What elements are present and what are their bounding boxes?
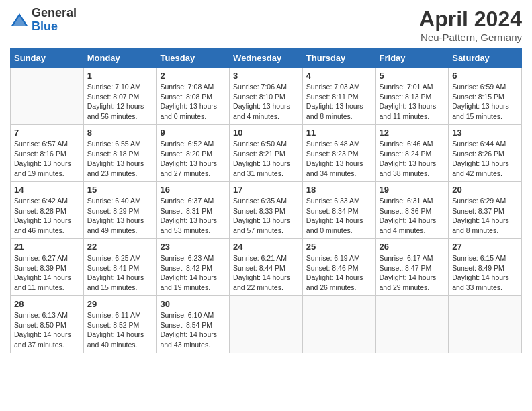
weekday-header: Tuesday: [157, 49, 230, 68]
day-number: 24: [233, 242, 299, 252]
calendar-cell: [375, 296, 449, 353]
day-info: Sunrise: 6:52 AM Sunset: 8:20 PM Dayligh…: [160, 139, 226, 179]
day-info: Sunrise: 6:37 AM Sunset: 8:31 PM Dayligh…: [160, 196, 226, 236]
day-number: 14: [14, 185, 80, 195]
day-info: Sunrise: 6:19 AM Sunset: 8:46 PM Dayligh…: [306, 253, 372, 293]
day-number: 9: [160, 128, 226, 138]
day-number: 27: [452, 242, 518, 252]
day-info: Sunrise: 6:48 AM Sunset: 8:23 PM Dayligh…: [306, 139, 372, 179]
day-number: 7: [14, 128, 80, 138]
day-info: Sunrise: 6:25 AM Sunset: 8:41 PM Dayligh…: [87, 253, 153, 293]
day-number: 30: [160, 299, 226, 309]
calendar-header-row: SundayMondayTuesdayWednesdayThursdayFrid…: [11, 49, 522, 68]
day-info: Sunrise: 6:23 AM Sunset: 8:42 PM Dayligh…: [160, 253, 226, 293]
day-number: 29: [87, 299, 153, 309]
calendar-cell: 12Sunrise: 6:46 AM Sunset: 8:24 PM Dayli…: [375, 125, 449, 182]
calendar-cell: 16Sunrise: 6:37 AM Sunset: 8:31 PM Dayli…: [157, 182, 230, 239]
calendar-cell: 27Sunrise: 6:15 AM Sunset: 8:49 PM Dayli…: [449, 239, 522, 296]
day-number: 11: [306, 128, 372, 138]
day-number: 12: [380, 128, 445, 138]
day-number: 18: [306, 185, 372, 195]
weekday-header: Wednesday: [230, 49, 303, 68]
calendar-cell: 18Sunrise: 6:33 AM Sunset: 8:34 PM Dayli…: [302, 182, 375, 239]
calendar-cell: 7Sunrise: 6:57 AM Sunset: 8:16 PM Daylig…: [11, 125, 84, 182]
calendar-cell: 3Sunrise: 7:06 AM Sunset: 8:10 PM Daylig…: [230, 68, 303, 125]
day-info: Sunrise: 6:46 AM Sunset: 8:24 PM Dayligh…: [380, 139, 445, 179]
day-number: 19: [380, 185, 445, 195]
day-info: Sunrise: 6:42 AM Sunset: 8:28 PM Dayligh…: [14, 196, 80, 236]
calendar-cell: 9Sunrise: 6:52 AM Sunset: 8:20 PM Daylig…: [157, 125, 230, 182]
day-number: 28: [14, 299, 80, 309]
day-number: 23: [160, 242, 226, 252]
calendar-week-row: 1Sunrise: 7:10 AM Sunset: 8:07 PM Daylig…: [11, 68, 522, 125]
title-block: April 2024 Neu-Pattern, Germany: [419, 7, 522, 43]
day-number: 13: [452, 128, 518, 138]
weekday-header: Thursday: [302, 49, 375, 68]
day-info: Sunrise: 6:40 AM Sunset: 8:29 PM Dayligh…: [87, 196, 153, 236]
day-number: 22: [87, 242, 153, 252]
logo-blue-text: Blue: [32, 20, 77, 34]
calendar-cell: 17Sunrise: 6:35 AM Sunset: 8:33 PM Dayli…: [230, 182, 303, 239]
day-number: 6: [452, 71, 518, 81]
calendar-cell: 21Sunrise: 6:27 AM Sunset: 8:39 PM Dayli…: [11, 239, 84, 296]
day-info: Sunrise: 6:31 AM Sunset: 8:36 PM Dayligh…: [380, 196, 445, 236]
calendar-cell: 24Sunrise: 6:21 AM Sunset: 8:44 PM Dayli…: [230, 239, 303, 296]
calendar-week-row: 7Sunrise: 6:57 AM Sunset: 8:16 PM Daylig…: [11, 125, 522, 182]
calendar-cell: 30Sunrise: 6:10 AM Sunset: 8:54 PM Dayli…: [157, 296, 230, 353]
day-number: 26: [380, 242, 445, 252]
weekday-header: Friday: [375, 49, 449, 68]
day-number: 10: [233, 128, 299, 138]
day-number: 15: [87, 185, 153, 195]
calendar-cell: 8Sunrise: 6:55 AM Sunset: 8:18 PM Daylig…: [83, 125, 157, 182]
day-number: 4: [306, 71, 372, 81]
calendar-cell: [11, 68, 84, 125]
day-info: Sunrise: 6:15 AM Sunset: 8:49 PM Dayligh…: [452, 253, 518, 293]
day-info: Sunrise: 6:35 AM Sunset: 8:33 PM Dayligh…: [233, 196, 299, 236]
calendar-cell: 13Sunrise: 6:44 AM Sunset: 8:26 PM Dayli…: [449, 125, 522, 182]
weekday-header: Sunday: [11, 49, 84, 68]
day-number: 25: [306, 242, 372, 252]
day-info: Sunrise: 6:59 AM Sunset: 8:15 PM Dayligh…: [452, 82, 518, 122]
day-number: 2: [160, 71, 226, 81]
calendar-cell: 28Sunrise: 6:13 AM Sunset: 8:50 PM Dayli…: [11, 296, 84, 353]
calendar-cell: 29Sunrise: 6:11 AM Sunset: 8:52 PM Dayli…: [83, 296, 157, 353]
day-number: 17: [233, 185, 299, 195]
calendar-cell: 20Sunrise: 6:29 AM Sunset: 8:37 PM Dayli…: [449, 182, 522, 239]
calendar-cell: 5Sunrise: 7:01 AM Sunset: 8:13 PM Daylig…: [375, 68, 449, 125]
day-info: Sunrise: 6:21 AM Sunset: 8:44 PM Dayligh…: [233, 253, 299, 293]
calendar-cell: 14Sunrise: 6:42 AM Sunset: 8:28 PM Dayli…: [11, 182, 84, 239]
calendar-week-row: 21Sunrise: 6:27 AM Sunset: 8:39 PM Dayli…: [11, 239, 522, 296]
day-number: 21: [14, 242, 80, 252]
day-info: Sunrise: 6:33 AM Sunset: 8:34 PM Dayligh…: [306, 196, 372, 236]
calendar-cell: [302, 296, 375, 353]
day-info: Sunrise: 7:03 AM Sunset: 8:11 PM Dayligh…: [306, 82, 372, 122]
day-number: 5: [380, 71, 445, 81]
day-info: Sunrise: 6:11 AM Sunset: 8:52 PM Dayligh…: [87, 310, 153, 350]
day-info: Sunrise: 6:55 AM Sunset: 8:18 PM Dayligh…: [87, 139, 153, 179]
calendar-cell: 11Sunrise: 6:48 AM Sunset: 8:23 PM Dayli…: [302, 125, 375, 182]
day-info: Sunrise: 6:17 AM Sunset: 8:47 PM Dayligh…: [380, 253, 445, 293]
logo-general-text: General: [32, 7, 77, 20]
calendar-cell: 25Sunrise: 6:19 AM Sunset: 8:46 PM Dayli…: [302, 239, 375, 296]
day-info: Sunrise: 7:01 AM Sunset: 8:13 PM Dayligh…: [380, 82, 445, 122]
logo: General Blue: [10, 7, 77, 34]
day-info: Sunrise: 6:50 AM Sunset: 8:21 PM Dayligh…: [233, 139, 299, 179]
day-info: Sunrise: 6:29 AM Sunset: 8:37 PM Dayligh…: [452, 196, 518, 236]
calendar-cell: 19Sunrise: 6:31 AM Sunset: 8:36 PM Dayli…: [375, 182, 449, 239]
weekday-header: Saturday: [449, 49, 522, 68]
calendar-cell: 15Sunrise: 6:40 AM Sunset: 8:29 PM Dayli…: [83, 182, 157, 239]
day-number: 1: [87, 71, 153, 81]
day-number: 20: [452, 185, 518, 195]
day-number: 8: [87, 128, 153, 138]
page-title: April 2024: [419, 7, 522, 32]
weekday-header: Monday: [83, 49, 157, 68]
day-info: Sunrise: 6:44 AM Sunset: 8:26 PM Dayligh…: [452, 139, 518, 179]
calendar-cell: [230, 296, 303, 353]
day-info: Sunrise: 7:10 AM Sunset: 8:07 PM Dayligh…: [87, 82, 153, 122]
page-header: General Blue April 2024 Neu-Pattern, Ger…: [10, 7, 522, 43]
calendar-cell: 23Sunrise: 6:23 AM Sunset: 8:42 PM Dayli…: [157, 239, 230, 296]
day-info: Sunrise: 6:57 AM Sunset: 8:16 PM Dayligh…: [14, 139, 80, 179]
calendar-cell: 1Sunrise: 7:10 AM Sunset: 8:07 PM Daylig…: [83, 68, 157, 125]
calendar-cell: [449, 296, 522, 353]
day-info: Sunrise: 6:13 AM Sunset: 8:50 PM Dayligh…: [14, 310, 80, 350]
